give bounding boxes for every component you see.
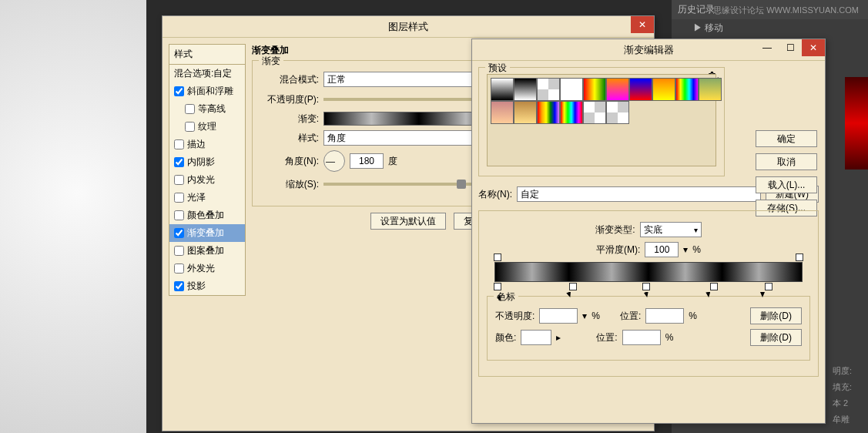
style-item-光泽[interactable]: 光泽: [169, 189, 245, 206]
preset-swatch[interactable]: [583, 101, 606, 124]
color-stop[interactable]: [642, 283, 650, 290]
preset-swatch[interactable]: [606, 101, 629, 124]
style-checkbox[interactable]: [185, 104, 195, 114]
style-item-描边[interactable]: 描边: [169, 136, 245, 153]
preset-swatch[interactable]: [699, 78, 722, 101]
preset-swatch[interactable]: [537, 101, 560, 124]
stop-pos-value[interactable]: [622, 330, 661, 345]
color-label: 颜色:: [495, 331, 516, 344]
style-checkbox[interactable]: [185, 122, 195, 132]
styles-header: 样式: [169, 45, 245, 65]
style-item-斜面和浮雕[interactable]: 斜面和浮雕: [169, 82, 245, 100]
titlebar[interactable]: 图层样式 ✕: [163, 16, 654, 38]
layer-props: 明度: 填充: 本 2 牟雕: [829, 357, 868, 433]
minimize-button[interactable]: —: [756, 39, 779, 56]
smooth-unit: %: [692, 244, 701, 255]
style-checkbox[interactable]: [174, 210, 184, 220]
opacity-label: 不透明度(P):: [260, 93, 319, 106]
cancel-button[interactable]: 取消: [756, 153, 817, 170]
style-item-内发光[interactable]: 内发光: [169, 171, 245, 189]
style-checkbox[interactable]: [174, 193, 184, 203]
pos-label: 位置:: [620, 310, 641, 323]
color-stop[interactable]: [569, 283, 577, 290]
watermark: 思缘设计论坛 WWW.MISSYUAN.COM: [713, 5, 859, 16]
stop-pos-value[interactable]: [645, 308, 684, 324]
style-item-投影[interactable]: 投影: [169, 277, 245, 295]
preset-swatch[interactable]: [560, 78, 583, 101]
style-item-颜色叠加[interactable]: 颜色叠加: [169, 206, 245, 224]
presets-area: [487, 74, 716, 166]
dialog-title: 图层样式: [388, 20, 428, 34]
close-button[interactable]: ✕: [631, 16, 654, 33]
dialog-title: 渐变编辑器: [624, 43, 674, 57]
style-item-渐变叠加[interactable]: 渐变叠加: [169, 224, 245, 242]
blend-mode-label: 混合模式:: [260, 73, 319, 86]
pct: %: [665, 332, 674, 343]
pos-label: 位置:: [596, 331, 617, 344]
style-checkbox[interactable]: [174, 281, 184, 291]
color-swatch-strip: [845, 77, 868, 170]
style-item-纹理[interactable]: 纹理: [169, 118, 245, 136]
opacity-stop[interactable]: [796, 253, 803, 261]
effect-name: 牟雕: [833, 414, 865, 425]
layer-name[interactable]: 本 2: [833, 398, 865, 409]
scale-label: 缩放(S):: [260, 178, 319, 191]
color-stop[interactable]: [710, 283, 718, 290]
angle-label: 角度(N):: [260, 155, 319, 168]
blend-options[interactable]: 混合选项:自定: [169, 65, 245, 82]
smooth-value[interactable]: 100: [645, 242, 679, 257]
style-item-等高线[interactable]: 等高线: [169, 100, 245, 118]
preset-swatch[interactable]: [514, 101, 537, 124]
pct: %: [689, 310, 697, 321]
fill-label: 填充:: [833, 381, 865, 393]
style-item-内阴影[interactable]: 内阴影: [169, 153, 245, 171]
angle-value[interactable]: 180: [350, 153, 384, 169]
canvas-area: [0, 0, 146, 433]
titlebar[interactable]: 渐变编辑器 — ☐ ✕: [472, 39, 825, 61]
style-checkbox[interactable]: [174, 157, 184, 167]
style-item-图案叠加[interactable]: 图案叠加: [169, 242, 245, 260]
style-checkbox[interactable]: [174, 228, 184, 238]
smooth-dropdown-icon[interactable]: ▾: [683, 244, 688, 255]
pct: %: [592, 310, 600, 321]
style-checkbox[interactable]: [174, 246, 184, 256]
preset-swatch[interactable]: [675, 78, 699, 101]
style-checkbox[interactable]: [174, 263, 184, 274]
style-checkbox[interactable]: [174, 139, 184, 149]
stops-title: 色标: [494, 290, 518, 304]
delete-stop-button[interactable]: 删除(D): [750, 329, 802, 346]
angle-dial[interactable]: [323, 150, 345, 172]
preset-swatch[interactable]: [629, 78, 652, 101]
style-checkbox[interactable]: [174, 175, 184, 185]
load-button[interactable]: 载入(L)...: [756, 176, 817, 193]
style-item-外发光[interactable]: 外发光: [169, 260, 245, 277]
group-title: 渐变: [259, 55, 283, 68]
set-default-button[interactable]: 设置为默认值: [370, 213, 446, 230]
gradient-label: 渐变:: [260, 112, 319, 126]
type-combo[interactable]: 实底: [640, 222, 702, 237]
color-stop[interactable]: [765, 283, 772, 290]
close-button[interactable]: ✕: [802, 39, 825, 56]
stop-color-swatch[interactable]: [521, 330, 551, 345]
color-stop[interactable]: [494, 283, 501, 290]
styles-list: 样式 混合选项:自定 斜面和浮雕等高线纹理描边内阴影内发光光泽颜色叠加渐变叠加图…: [169, 44, 246, 296]
style-checkbox[interactable]: [174, 86, 184, 96]
history-item[interactable]: ▶ 移动: [672, 19, 868, 37]
preset-swatch[interactable]: [514, 78, 537, 101]
delete-stop-button[interactable]: 删除(D): [750, 307, 802, 324]
preset-swatch[interactable]: [606, 78, 629, 101]
maximize-button[interactable]: ☐: [779, 39, 802, 56]
preset-swatch[interactable]: [491, 101, 514, 124]
preset-swatch[interactable]: [537, 78, 560, 101]
preset-swatch[interactable]: [560, 101, 583, 124]
preset-swatch[interactable]: [583, 78, 606, 101]
type-label: 渐变类型:: [595, 223, 635, 237]
opacity-stop[interactable]: [494, 253, 501, 261]
preset-swatch[interactable]: [652, 78, 675, 101]
name-input[interactable]: 自定: [517, 186, 761, 202]
stop-opacity-value[interactable]: [539, 308, 578, 324]
preset-swatch[interactable]: [491, 78, 514, 101]
angle-unit: 度: [388, 155, 397, 168]
ok-button[interactable]: 确定: [756, 130, 817, 147]
gradient-bar[interactable]: [494, 262, 803, 282]
